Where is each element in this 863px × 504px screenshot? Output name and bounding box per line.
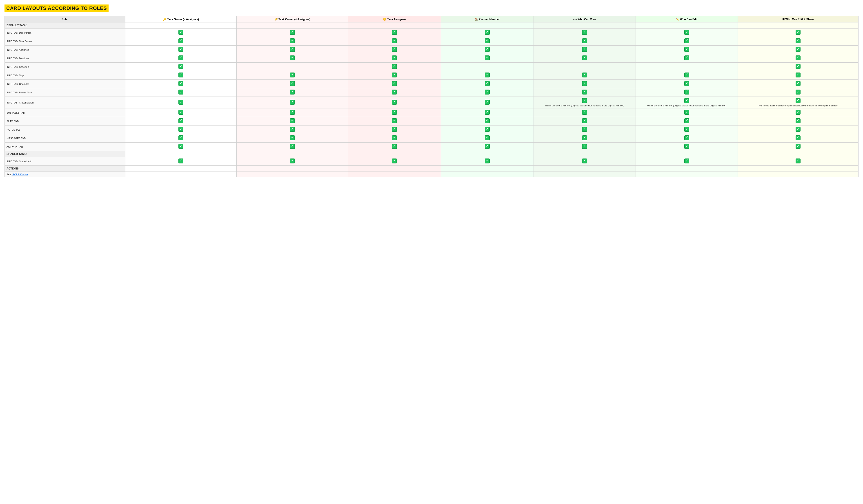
table-row: INFO TAB: Task Owner: [5, 37, 859, 46]
checkmark-icon: [392, 81, 397, 86]
check-cell: [348, 143, 441, 151]
checkmark-icon: [796, 30, 801, 35]
checkmark-icon: [290, 38, 295, 43]
check-cell: [348, 97, 441, 108]
check-cell: [237, 108, 348, 117]
check-cell: [125, 88, 237, 97]
checkmark-icon: [582, 127, 587, 132]
checkmark-icon: [684, 38, 689, 43]
checkmark-icon: [796, 127, 801, 132]
check-cell: [636, 37, 738, 46]
checkmark-icon: [684, 55, 689, 60]
check-cell: [738, 157, 859, 166]
checkmark-icon: [796, 118, 801, 123]
section-header-cell: [534, 23, 636, 28]
check-cell: [237, 37, 348, 46]
checkmark-icon: [290, 30, 295, 35]
check-cell: [125, 143, 237, 151]
section-header-row: DEFAULT TASK:: [5, 23, 859, 28]
checkmark-icon: [582, 90, 587, 94]
checkmark-icon: [796, 135, 801, 140]
section-header-cell: [348, 166, 441, 172]
check-cell: [348, 126, 441, 134]
check-cell: [441, 134, 534, 143]
classification-note-text: Within this user's Planner (original cla…: [536, 104, 634, 107]
table-row: ACTIVITY TAB: [5, 143, 859, 151]
table-row: FILES TAB: [5, 117, 859, 126]
check-cell: [636, 108, 738, 117]
classification-note: Within this user's Planner (original cla…: [536, 98, 634, 107]
roles-link[interactable]: "ROLES" table: [12, 173, 28, 176]
check-cell: [125, 97, 237, 108]
col-header-role: Role:: [5, 16, 125, 23]
checkmark-icon: [582, 135, 587, 140]
checkmark-icon: [796, 64, 801, 69]
check-cell: [348, 157, 441, 166]
section-header-cell: [441, 151, 534, 157]
checkmark-icon: [684, 73, 689, 77]
checkmark-icon: [290, 135, 295, 140]
checkmark-icon: [582, 118, 587, 123]
table-row: INFO TAB: Tags: [5, 71, 859, 80]
classification-note-text: Within this user's Planner (original cla…: [740, 104, 856, 107]
check-cell: [348, 80, 441, 88]
table-row: INFO TAB: Parent Task: [5, 88, 859, 97]
check-cell: [636, 117, 738, 126]
section-header-cell: [441, 23, 534, 28]
checkmark-icon: [290, 118, 295, 123]
section-header-cell: [441, 166, 534, 172]
checkmark-icon: [178, 30, 184, 35]
checkmark-icon: [290, 127, 295, 132]
row-label: See "ROLES" table: [5, 172, 125, 177]
check-cell: [237, 126, 348, 134]
check-cell: [636, 126, 738, 134]
check-cell: [534, 117, 636, 126]
check-cell: [441, 157, 534, 166]
check-cell: [534, 108, 636, 117]
check-cell: [441, 63, 534, 71]
check-cell: [237, 88, 348, 97]
checkmark-icon: [392, 55, 397, 60]
check-cell: [441, 37, 534, 46]
section-header-cell: [237, 151, 348, 157]
check-cell: [125, 134, 237, 143]
checkmark-icon: [178, 135, 184, 140]
section-header-row: ACTIONS:: [5, 166, 859, 172]
check-cell: [348, 63, 441, 71]
checkmark-icon: [796, 90, 801, 94]
section-header-cell: [636, 166, 738, 172]
classification-note: Within this user's Planner (original cla…: [638, 98, 736, 107]
checkmark-icon: [485, 100, 490, 105]
table-row: NOTES TAB: [5, 126, 859, 134]
row-label: INFO TAB: Checklist: [5, 80, 125, 88]
classification-note-text: Within this user's Planner (original cla…: [638, 104, 736, 107]
check-cell: [441, 172, 534, 177]
check-cell: [125, 71, 237, 80]
check-cell: [738, 28, 859, 37]
check-cell: [534, 37, 636, 46]
check-cell: [534, 126, 636, 134]
table-row: SUBTASKS TAB: [5, 108, 859, 117]
checkmark-icon: [392, 144, 397, 149]
table-row: INFO TAB: Deadline: [5, 54, 859, 63]
check-cell: [636, 71, 738, 80]
check-cell: [738, 126, 859, 134]
col-header-task-owner-neq: 🔑 Task Owner (≠ Assignee): [237, 16, 348, 23]
col-header-task-assignee: 😊 Task Assignee: [348, 16, 441, 23]
checkmark-icon: [796, 81, 801, 86]
who-can-edit-share-icon: ⊞: [782, 18, 785, 21]
checkmark-icon: [178, 81, 184, 86]
check-cell: [125, 54, 237, 63]
check-cell: [237, 134, 348, 143]
col-header-task-owner-eq: 🔑 Task Owner (= Assignee): [125, 16, 237, 23]
section-header-cell: [738, 23, 859, 28]
header-row: Role: 🔑 Task Owner (= Assignee) 🔑 Task O…: [5, 16, 859, 23]
col-header-who-can-edit-share: ⊞ Who Can Edit & Share: [738, 16, 859, 23]
check-cell: [534, 88, 636, 97]
check-cell: [348, 88, 441, 97]
check-cell: [636, 63, 738, 71]
check-cell: [636, 28, 738, 37]
check-cell: [441, 143, 534, 151]
col-header-who-can-view: ·· ·· Who Can View: [534, 16, 636, 23]
check-cell: [125, 28, 237, 37]
